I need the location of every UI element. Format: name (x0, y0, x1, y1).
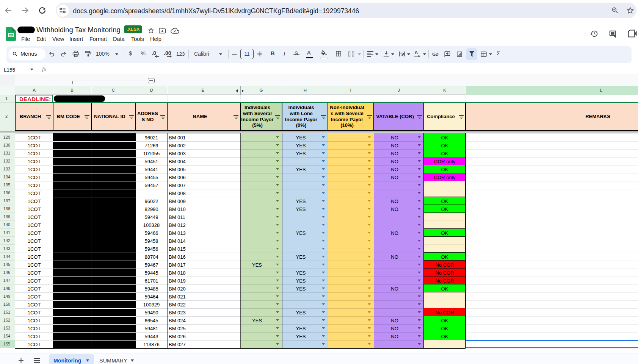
svg-text:A: A (414, 50, 418, 55)
